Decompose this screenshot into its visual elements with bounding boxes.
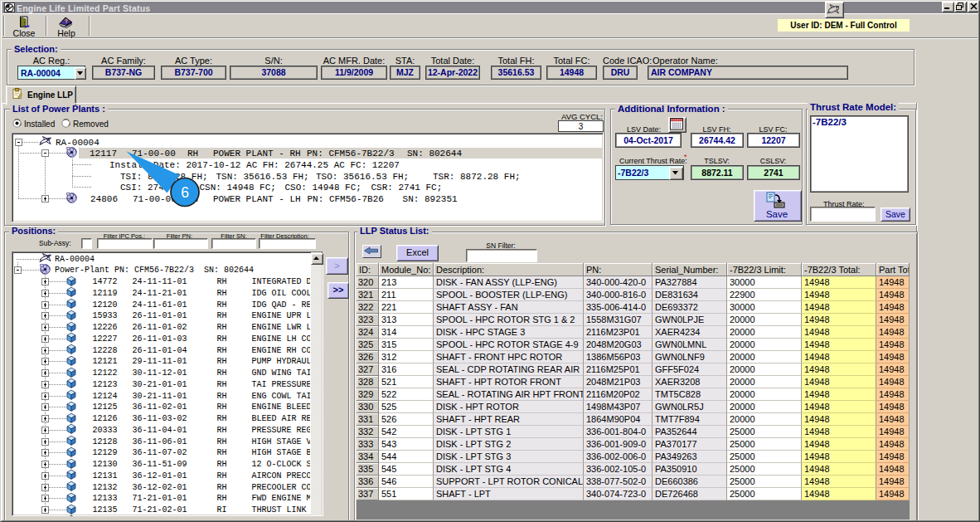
svg-text:6: 6 (181, 184, 189, 201)
